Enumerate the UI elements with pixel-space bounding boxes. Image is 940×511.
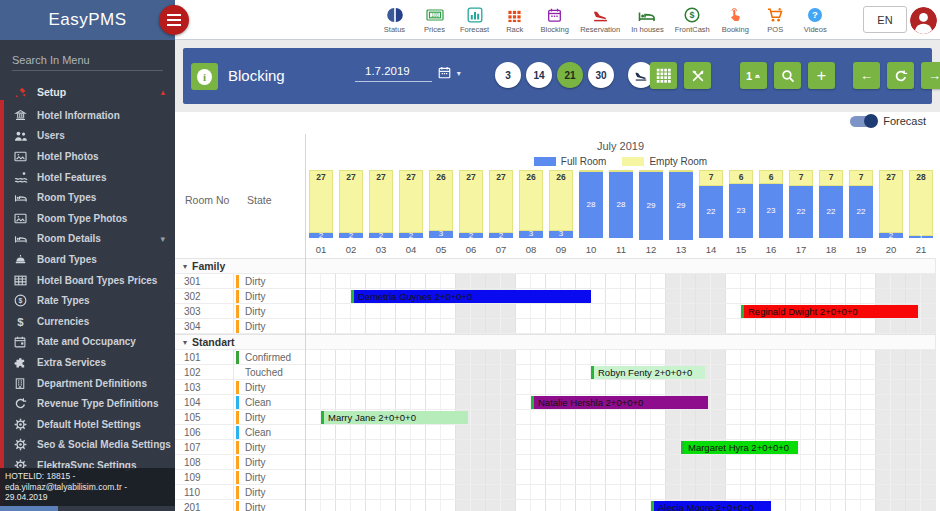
hamburger-menu-button[interactable] bbox=[159, 5, 189, 35]
timeline-row-201[interactable] bbox=[306, 500, 935, 511]
room-state-cell[interactable]: Clean bbox=[233, 425, 305, 439]
refresh-button[interactable] bbox=[887, 62, 914, 89]
reservation-bar-robyn-102[interactable]: Robyn Fenty 2+0+0+0 bbox=[591, 366, 705, 379]
next-period-button[interactable] bbox=[921, 62, 940, 89]
group-header-family[interactable]: ▾Family bbox=[175, 258, 305, 274]
sidebar-item-extra-services[interactable]: Extra Services bbox=[0, 352, 175, 373]
nav-pos[interactable]: POS bbox=[759, 0, 792, 40]
room-row-103[interactable]: 103Dirty bbox=[175, 380, 305, 395]
date-picker[interactable]: 1.7.2019 ▾ bbox=[355, 65, 461, 82]
one-day-bell-button[interactable]: 1 bbox=[740, 62, 767, 89]
restaurant-button[interactable] bbox=[684, 62, 711, 89]
sidebar-item-rate-types[interactable]: $Rate Types bbox=[0, 290, 175, 311]
room-state-cell[interactable]: Dirty bbox=[233, 470, 305, 484]
timeline-row-109[interactable] bbox=[306, 470, 935, 485]
range-21-days-button[interactable]: 21 bbox=[557, 62, 583, 88]
room-row-302[interactable]: 302Dirty bbox=[175, 289, 305, 304]
sidebar-item-revenue-type-definitions[interactable]: Revenue Type Definitions bbox=[0, 393, 175, 414]
timeline-row-106[interactable] bbox=[306, 425, 935, 440]
room-row-106[interactable]: 106Clean bbox=[175, 425, 305, 440]
sidebar-scrollbar[interactable] bbox=[0, 506, 58, 511]
room-row-304[interactable]: 304Dirty bbox=[175, 319, 305, 334]
room-state-cell[interactable]: Dirty bbox=[233, 500, 305, 511]
timeline-row-110[interactable] bbox=[306, 485, 935, 500]
nav-reservation[interactable]: Reservation bbox=[578, 0, 622, 40]
info-button[interactable]: i bbox=[191, 63, 218, 90]
room-state-cell[interactable]: Dirty bbox=[233, 289, 305, 303]
timeline-row-107[interactable] bbox=[306, 440, 935, 455]
room-state-cell[interactable]: Dirty bbox=[233, 440, 305, 454]
reservation-bar-marry-105[interactable]: Marry Jane 2+0+0+0 bbox=[321, 411, 468, 424]
sidebar-item-users[interactable]: Users bbox=[0, 126, 175, 147]
room-state-cell[interactable]: Dirty bbox=[233, 410, 305, 424]
room-row-201[interactable]: 201Dirty bbox=[175, 500, 305, 511]
range-14-days-button[interactable]: 14 bbox=[526, 62, 552, 88]
room-row-102[interactable]: 102Touched bbox=[175, 365, 305, 380]
reservation-bar-margaret-107[interactable]: Margaret Hyra 2+0+0+0 bbox=[681, 441, 798, 454]
room-row-110[interactable]: 110Dirty bbox=[175, 485, 305, 500]
reservation-bar-demetria-302[interactable]: Demetria Guynes 2+0+0+0 bbox=[351, 290, 591, 303]
language-button[interactable]: EN bbox=[863, 6, 907, 33]
timeline-row-108[interactable] bbox=[306, 455, 935, 470]
prev-period-button[interactable] bbox=[853, 62, 880, 89]
forecast-toggle[interactable]: Forecast bbox=[850, 115, 926, 127]
room-row-303[interactable]: 303Dirty bbox=[175, 304, 305, 319]
room-row-109[interactable]: 109Dirty bbox=[175, 470, 305, 485]
add-button[interactable] bbox=[808, 62, 835, 89]
sidebar-item-hotel-features[interactable]: Hotel Features bbox=[0, 167, 175, 188]
room-state-cell[interactable]: Confirmed bbox=[233, 350, 305, 364]
nav-rack[interactable]: Rack bbox=[498, 0, 531, 40]
room-state-cell[interactable]: Dirty bbox=[233, 319, 305, 333]
sidebar-item-setup[interactable]: Setup▴ bbox=[0, 79, 175, 105]
room-row-301[interactable]: 301Dirty bbox=[175, 274, 305, 289]
timeline-row-101[interactable] bbox=[306, 350, 935, 365]
room-row-105[interactable]: 105Dirty bbox=[175, 410, 305, 425]
room-state-cell[interactable]: Dirty bbox=[233, 380, 305, 394]
room-state-cell[interactable]: Clean bbox=[233, 395, 305, 409]
grid-view-button[interactable] bbox=[650, 62, 677, 89]
sidebar-item-hotel-photos[interactable]: Hotel Photos bbox=[0, 146, 175, 167]
sidebar-item-rate-and-occupancy[interactable]: Rate and Occupancy bbox=[0, 332, 175, 353]
reservation-bar-alecia-201[interactable]: Alecia Moore 2+0+0+0 bbox=[651, 501, 771, 511]
room-row-101[interactable]: 101Confirmed bbox=[175, 350, 305, 365]
toggle-pill-icon[interactable] bbox=[850, 116, 877, 127]
search-button[interactable] bbox=[774, 62, 801, 89]
nav-booking[interactable]: Booking bbox=[719, 0, 752, 40]
nav-forecast[interactable]: Forecast bbox=[458, 0, 491, 40]
nav-status[interactable]: Status bbox=[378, 0, 411, 40]
room-state-cell[interactable]: Dirty bbox=[233, 304, 305, 318]
timeline-row-103[interactable] bbox=[306, 380, 935, 395]
date-value[interactable]: 1.7.2019 bbox=[355, 65, 432, 82]
timeline-row-304[interactable] bbox=[306, 319, 935, 334]
room-row-104[interactable]: 104Clean bbox=[175, 395, 305, 410]
range-3-days-button[interactable]: 3 bbox=[495, 62, 521, 88]
room-state-cell[interactable]: Dirty bbox=[233, 274, 305, 288]
nav-in-houses[interactable]: In houses bbox=[629, 0, 666, 40]
reservation-bar-natalie-104[interactable]: Natalie Hershla 2+0+0+0 bbox=[531, 396, 708, 409]
search-input[interactable] bbox=[12, 50, 163, 71]
sidebar-item-department-definitions[interactable]: Department Definitions bbox=[0, 373, 175, 394]
sidebar-item-room-type-photos[interactable]: Room Type Photos bbox=[0, 208, 175, 229]
room-state-cell[interactable]: Touched bbox=[233, 365, 305, 379]
sidebar-item-board-types[interactable]: Board Types bbox=[0, 249, 175, 270]
room-row-108[interactable]: 108Dirty bbox=[175, 455, 305, 470]
sidebar-item-room-types[interactable]: Room Types bbox=[0, 187, 175, 208]
nav-frontcash[interactable]: $FrontCash bbox=[673, 0, 712, 40]
room-state-cell[interactable]: Dirty bbox=[233, 485, 305, 499]
sidebar-item-room-details[interactable]: Room Details▾ bbox=[0, 229, 175, 250]
reservation-bar-reginald-303[interactable]: Reginald Dwight 2+0+0+0 bbox=[741, 305, 918, 318]
sidebar-item-hotel-board-types-prices[interactable]: Hotel Board Types Prices bbox=[0, 270, 175, 291]
sidebar-item-seo-social-media-settings[interactable]: Seo & Social Media Settings bbox=[0, 435, 175, 456]
nav-blocking[interactable]: Blocking bbox=[538, 0, 571, 40]
sidebar-item-hotel-information[interactable]: Hotel Information bbox=[0, 105, 175, 126]
nav-videos[interactable]: ?Videos bbox=[799, 0, 832, 40]
sidebar-item-currencies[interactable]: $Currencies bbox=[0, 311, 175, 332]
group-header-standart[interactable]: ▾Standart bbox=[175, 334, 305, 350]
room-state-cell[interactable]: Dirty bbox=[233, 455, 305, 469]
room-row-107[interactable]: 107Dirty bbox=[175, 440, 305, 455]
range-30-days-button[interactable]: 30 bbox=[588, 62, 614, 88]
user-avatar[interactable] bbox=[910, 7, 937, 34]
timeline-row-301[interactable] bbox=[306, 274, 935, 289]
sidebar-item-default-hotel-settings[interactable]: Default Hotel Settings bbox=[0, 414, 175, 435]
nav-prices[interactable]: 100Prices bbox=[418, 0, 451, 40]
